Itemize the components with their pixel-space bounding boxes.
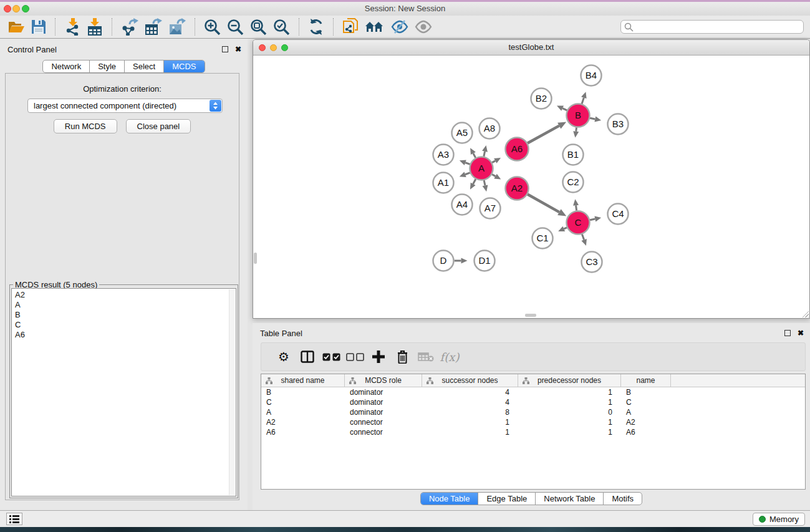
result-list-item[interactable]: A6	[15, 330, 233, 340]
table-cell: A	[621, 408, 671, 417]
result-list-item[interactable]: B	[15, 310, 233, 320]
open-session-icon[interactable]	[8, 17, 25, 37]
network-close-traffic-light[interactable]	[259, 44, 266, 51]
zoom-selected-icon[interactable]	[273, 17, 290, 37]
graph-edge-C-C3[interactable]	[582, 234, 584, 239]
search-input[interactable]	[636, 21, 801, 32]
task-history-button[interactable]	[6, 513, 22, 525]
delete-table-icon	[414, 347, 438, 367]
minimize-traffic-light[interactable]	[12, 5, 20, 12]
result-list-scrollbar[interactable]	[229, 289, 235, 495]
table-row[interactable]: Adominator80A	[261, 407, 805, 417]
float-panel-icon[interactable]	[222, 46, 228, 52]
table-tab-motifs[interactable]: Motifs	[603, 493, 642, 505]
graph-edge-arrowhead	[581, 239, 586, 246]
split-view-icon[interactable]	[296, 347, 319, 367]
add-column-icon[interactable]	[367, 347, 390, 367]
table-cell: A2	[261, 418, 345, 427]
save-session-icon[interactable]	[31, 17, 46, 37]
graph-edge-arrowhead	[594, 216, 601, 222]
memory-button[interactable]: Memory	[753, 513, 805, 526]
float-table-panel-icon[interactable]	[784, 330, 791, 336]
graph-node-label: D1	[478, 255, 490, 266]
column-header-filler	[671, 374, 805, 387]
control-tab-style[interactable]: Style	[89, 60, 124, 72]
graph-edge-A-A7[interactable]	[484, 180, 485, 185]
graph-edge-A-A4[interactable]	[473, 179, 476, 184]
graph-edge-B-B4[interactable]	[582, 98, 584, 104]
table-tab-network-table[interactable]: Network Table	[535, 493, 603, 505]
optimization-criterion-dropdown[interactable]: largest connected component (directed)	[27, 99, 223, 113]
graph-edge-C-C1[interactable]	[564, 228, 567, 229]
first-neighbors-icon[interactable]	[365, 17, 385, 37]
graph-edge-A2-C[interactable]	[528, 195, 559, 213]
table-cell: C	[621, 398, 671, 407]
graph-node-label: A1	[438, 177, 449, 188]
table-settings-icon[interactable]: ⚙	[272, 347, 296, 367]
control-tab-mcds[interactable]: MCDS	[163, 60, 204, 72]
graph-edge-C-C2[interactable]	[576, 205, 577, 210]
column-header-predecessor-nodes[interactable]: predecessor nodes	[518, 374, 621, 387]
network-window-titlebar[interactable]: testGlobe.txt	[253, 40, 809, 56]
column-header-MCDS-role[interactable]: MCDS role	[345, 374, 422, 387]
table-cell: 4	[422, 398, 518, 407]
new-network-from-selection-icon[interactable]	[342, 17, 359, 37]
column-header-shared-name[interactable]: shared name	[261, 374, 345, 387]
result-list-item[interactable]: A2	[15, 290, 233, 300]
control-tab-network[interactable]: Network	[43, 60, 89, 72]
table-tab-node-table[interactable]: Node Table	[421, 493, 478, 505]
delete-column-icon[interactable]	[390, 347, 414, 367]
column-header-name[interactable]: name	[621, 374, 671, 387]
graph-edge-A-A8[interactable]	[484, 152, 485, 157]
apply-layout-icon[interactable]	[308, 17, 324, 37]
graph-edge-A-A6[interactable]	[492, 161, 495, 163]
graph-edge-A-A2[interactable]	[492, 175, 496, 177]
result-list-item[interactable]: C	[15, 320, 233, 330]
graph-edge-B-B1[interactable]	[576, 127, 577, 131]
table-row[interactable]: A2connector11A2	[261, 417, 805, 427]
export-table-icon[interactable]	[145, 17, 162, 37]
network-canvas[interactable]: B4B2BB3B1A5A8A6A3AA1A2C2A4A7C4CC1C3DD1	[253, 56, 809, 318]
select-all-checkboxes-icon[interactable]	[319, 347, 343, 367]
network-view-window: testGlobe.txt B4B2BB3B1A5A8A6A3AA1A2C2A4…	[253, 39, 810, 319]
close-table-panel-icon[interactable]: ✖	[798, 329, 804, 337]
zoom-traffic-light[interactable]	[22, 5, 29, 12]
close-panel-icon[interactable]: ✖	[235, 45, 241, 54]
import-table-icon[interactable]	[87, 17, 103, 37]
hide-selected-eye-icon[interactable]	[391, 17, 408, 37]
toolbar-separator	[195, 18, 195, 36]
network-minimize-traffic-light[interactable]	[270, 44, 277, 51]
zoom-fit-icon[interactable]	[250, 17, 267, 37]
control-tab-select[interactable]: Select	[124, 60, 163, 72]
table-row[interactable]: Bdominator41B	[261, 387, 805, 397]
table-row[interactable]: Cdominator41C	[261, 397, 805, 407]
import-network-icon[interactable]	[64, 17, 80, 37]
close-traffic-light[interactable]	[4, 5, 11, 12]
zoom-in-icon[interactable]	[204, 17, 221, 37]
graph-edge-A-A1[interactable]	[465, 173, 470, 175]
graph-edge-A-A3[interactable]	[465, 163, 470, 165]
table-row[interactable]: A6connector11A6	[261, 427, 805, 437]
table-cell: 8	[422, 408, 518, 417]
export-image-icon[interactable]	[168, 17, 186, 37]
main-titlebar[interactable]: Session: New Session	[0, 2, 810, 16]
export-network-icon[interactable]	[121, 17, 138, 37]
graph-edge-arrowhead	[573, 199, 579, 205]
graph-edge-A6-B[interactable]	[528, 126, 559, 143]
toolbar-separator	[333, 18, 334, 36]
graph-edge-A-A5[interactable]	[473, 153, 476, 158]
column-header-successor-nodes[interactable]: successor nodes	[422, 374, 518, 387]
graph-edge-B-B3[interactable]	[590, 118, 595, 119]
graph-edge-B-B2[interactable]	[562, 109, 567, 110]
network-vertical-scrollbar[interactable]	[254, 253, 257, 264]
run-mcds-button[interactable]: Run MCDS	[54, 119, 117, 133]
mcds-result-list[interactable]: A2ABCA6	[11, 288, 236, 496]
result-list-item[interactable]: A	[15, 300, 233, 310]
network-zoom-traffic-light[interactable]	[281, 44, 288, 51]
table-tab-edge-table[interactable]: Edge Table	[478, 493, 535, 505]
network-horizontal-scrollbar[interactable]	[525, 314, 536, 317]
close-panel-button[interactable]: Close panel	[126, 119, 191, 133]
zoom-out-icon[interactable]	[227, 17, 244, 37]
deselect-all-checkboxes-icon[interactable]	[343, 347, 367, 367]
graph-edge-C-C4[interactable]	[590, 219, 595, 220]
